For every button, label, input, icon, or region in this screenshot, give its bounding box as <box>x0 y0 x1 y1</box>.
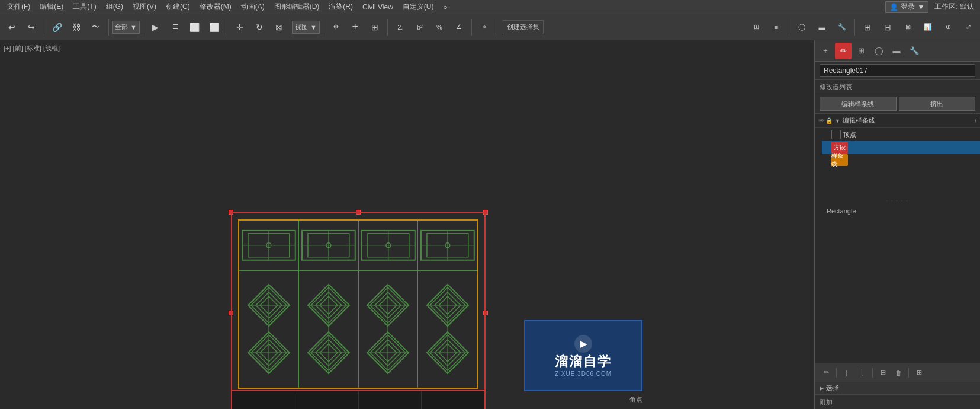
percent-button[interactable]: % <box>430 18 449 37</box>
delete-icon[interactable]: 🗑 <box>892 366 905 379</box>
menu-more[interactable]: » <box>438 0 452 14</box>
snap-group: ⌖ + ⊞ <box>326 18 384 37</box>
toolbar-right-5[interactable]: 🔧 <box>833 18 852 37</box>
rectangular-select-button[interactable]: ⬜ <box>185 18 204 37</box>
snap-toggle-button[interactable]: ⌖ <box>326 18 345 37</box>
bottom-section-1 <box>232 391 295 409</box>
menu-create[interactable]: 创建(C) <box>161 0 195 14</box>
pin-icon: / <box>975 117 976 124</box>
menu-customize[interactable]: 自定义(U) <box>398 0 439 14</box>
angle-button[interactable]: ∠ <box>449 18 468 37</box>
edit-icon[interactable]: ✏ <box>820 366 833 379</box>
toolbar-right-11[interactable]: ⤢ <box>959 18 978 37</box>
panel3-top <box>359 221 418 271</box>
viewport[interactable]: [+] [前] [标准] [线框] <box>0 40 814 409</box>
copy-icon[interactable]: ⊞ <box>876 366 889 379</box>
toolbar-right-2[interactable]: ≡ <box>767 18 786 37</box>
panel3-mid <box>359 271 418 388</box>
fence-panel-3 <box>359 221 419 388</box>
menu-modifier[interactable]: 修改器(M) <box>195 0 236 14</box>
menu-animation[interactable]: 动画(A) <box>236 0 269 14</box>
attach-area: 附加 <box>815 395 980 409</box>
panel-tab-create[interactable]: + <box>817 43 834 59</box>
view-dropdown[interactable]: 视图 ▼ <box>292 21 320 34</box>
edit-spline-stack-header[interactable]: 👁 🔒 ▼ 编辑样条线 / <box>815 114 980 128</box>
toolbar-right-1[interactable]: ⊞ <box>747 18 766 37</box>
toolbar-right-4[interactable]: ▬ <box>812 18 831 37</box>
num2-button[interactable]: 2. <box>391 18 410 37</box>
panel2-mid <box>299 271 358 388</box>
corner-point-label: 角点 <box>629 395 642 404</box>
redo-button[interactable]: ↪ <box>22 18 41 37</box>
toolbar-right-9[interactable]: 📊 <box>918 18 937 37</box>
unlink-button[interactable]: ⛓ <box>67 18 86 37</box>
object-name-input[interactable] <box>820 64 975 77</box>
panel-tab-utilities[interactable]: 🔧 <box>906 43 923 59</box>
menu-group[interactable]: 组(G) <box>101 0 128 14</box>
vertex-item[interactable]: 顶点 <box>822 128 980 141</box>
user-login-button[interactable]: 👤 登录 ▼ <box>885 1 928 13</box>
panel-tab-display[interactable]: ▬ <box>888 43 905 59</box>
selection-dropdown[interactable]: 全部 ▼ <box>112 21 140 34</box>
panel-tab-modify[interactable]: ✏ <box>835 43 852 59</box>
panel-tab-motion[interactable]: ◯ <box>870 43 887 59</box>
edit-spline-button[interactable]: 编辑样条线 <box>820 97 897 111</box>
select-by-name-button[interactable]: ☰ <box>166 18 185 37</box>
snap-options-button[interactable]: ⊞ <box>365 18 384 37</box>
watermark-logo: ▶ <box>574 335 592 353</box>
move-button[interactable]: ✛ <box>230 18 249 37</box>
fence-panel-2 <box>299 221 359 388</box>
selection-section-header[interactable]: ▶ 选择 <box>815 382 980 395</box>
bind-button[interactable]: 〜 <box>86 18 105 37</box>
vertex-sub-icon[interactable]: | <box>840 366 853 379</box>
graph-icon[interactable]: ⊞ <box>912 366 926 379</box>
modifier-buttons-area: 编辑样条线 挤出 <box>815 94 980 114</box>
toolbar-right-10[interactable]: ⊕ <box>939 18 957 37</box>
vertex-label: 顶点 <box>843 130 856 139</box>
spline-item[interactable]: 样条线 <box>822 154 980 167</box>
menu-file[interactable]: 文件(F) <box>2 0 35 14</box>
toolbar-right-8[interactable]: ⊠ <box>898 18 917 37</box>
selection-label: 全部 <box>115 23 128 31</box>
fence-panel-1 <box>239 221 299 388</box>
rectangle-object-item[interactable]: Rectangle <box>815 204 980 218</box>
bottom-sep-1 <box>836 368 837 378</box>
workspace-selector[interactable]: 工作区: 默认 <box>931 1 978 12</box>
menu-graph-editor[interactable]: 图形编辑器(D) <box>269 0 324 14</box>
menu-civil-view[interactable]: Civil View <box>358 0 398 14</box>
add-button[interactable]: + <box>346 18 365 37</box>
right-toolbar-group: ⊞ ≡ ◯ ▬ 🔧 ⊞ ⊟ ⊠ 📊 ⊕ ⤢ <box>747 18 978 37</box>
panel1-top <box>239 221 298 271</box>
menu-render[interactable]: 渲染(R) <box>324 0 358 14</box>
create-selection-label: 创建选择集 <box>507 23 539 31</box>
panel-tab-hierarchy[interactable]: ⊞ <box>853 43 869 59</box>
panel2-top <box>299 221 358 271</box>
num3-button[interactable]: b² <box>410 18 429 37</box>
toolbar-right-7[interactable]: ⊟ <box>878 18 897 37</box>
extrude-button[interactable]: 挤出 <box>899 97 976 111</box>
link-button[interactable]: 🔗 <box>47 18 66 37</box>
user-icon: 👤 <box>889 3 898 11</box>
select-button[interactable]: ▶ <box>146 18 165 37</box>
selection-arrow-icon: ▶ <box>820 385 824 391</box>
watermark-overlay: ▶ 溜溜自学 ZIXUE.3D66.COM <box>524 320 642 391</box>
panel-tabs: + ✏ ⊞ ◯ ▬ 🔧 <box>815 40 980 62</box>
undo-button[interactable]: ↩ <box>2 18 21 37</box>
panel1-mid <box>239 271 298 388</box>
menu-tools[interactable]: 工具(T) <box>68 0 101 14</box>
rotate-button[interactable]: ↻ <box>250 18 269 37</box>
toolbar-sep-1 <box>44 19 44 36</box>
scale-button[interactable]: ⊠ <box>269 18 288 37</box>
menu-edit[interactable]: 编辑(E) <box>35 0 68 14</box>
pivot-button[interactable]: ⌖ <box>475 18 494 37</box>
menu-view[interactable]: 视图(V) <box>128 0 161 14</box>
create-selection-set-area[interactable]: 创建选择集 <box>503 20 544 34</box>
edge-sub-icon[interactable]: ⌊ <box>856 366 869 379</box>
toolbar-right-6[interactable]: ⊞ <box>858 18 877 37</box>
toolbar-sep-r2 <box>854 19 855 36</box>
toolbar-sep-5 <box>323 19 323 36</box>
window-select-button[interactable]: ⬜ <box>205 18 224 37</box>
dropdown-arrow-icon: ▼ <box>130 24 137 31</box>
toolbar-right-3[interactable]: ◯ <box>792 18 811 37</box>
fence-object <box>231 212 486 409</box>
